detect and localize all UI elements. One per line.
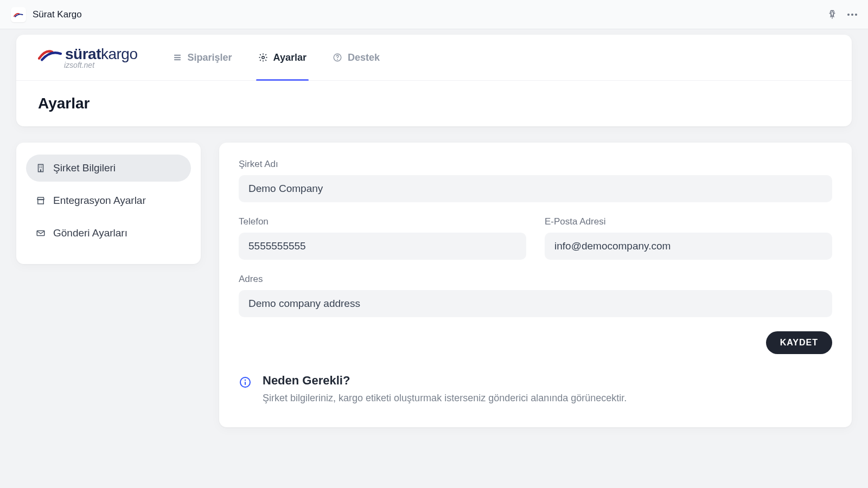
svg-rect-11 xyxy=(41,168,42,169)
svg-rect-8 xyxy=(40,166,41,167)
sidebar-item-shipping[interactable]: Gönderi Ayarları xyxy=(26,220,191,247)
sidebar: Şirket Bilgileri Entegrasyon Ayarlar Gön… xyxy=(16,143,201,264)
list-icon xyxy=(173,53,182,62)
company-label: Şirket Adı xyxy=(239,159,832,170)
sidebar-item-company[interactable]: Şirket Bilgileri xyxy=(26,155,191,182)
svg-point-4 xyxy=(261,56,264,59)
phone-input[interactable] xyxy=(239,233,526,260)
info-text: Şirket bilgileriniz, kargo etiketi oluşt… xyxy=(263,391,627,406)
info-title: Neden Gerekli? xyxy=(263,374,627,388)
company-input[interactable] xyxy=(239,175,832,202)
nav-item-support[interactable]: Destek xyxy=(330,47,382,69)
sidebar-item-label: Şirket Bilgileri xyxy=(53,162,116,174)
page-title: Ayarlar xyxy=(38,95,830,112)
save-button[interactable]: KAYDET xyxy=(766,331,832,354)
svg-rect-3 xyxy=(174,59,181,60)
logo-brand-a: sürat xyxy=(65,46,101,62)
svg-rect-12 xyxy=(40,169,41,172)
envelope-icon xyxy=(36,228,46,238)
phone-label: Telefon xyxy=(239,216,526,227)
info-block: Neden Gerekli? Şirket bilgileriniz, karg… xyxy=(239,370,832,406)
svg-point-15 xyxy=(245,380,246,381)
logo-brand-b: kargo xyxy=(101,46,138,62)
sidebar-item-label: Gönderi Ayarları xyxy=(53,227,127,239)
svg-rect-2 xyxy=(174,57,181,58)
swoosh-small-icon xyxy=(14,12,23,17)
main-panel: Şirket Adı Telefon E-Posta Adresi Adres … xyxy=(219,143,852,427)
field-address: Adres xyxy=(239,274,832,317)
app-icon xyxy=(11,7,26,22)
header-card: süratkargo izsoft.net Siparişler Ayarlar xyxy=(16,35,852,126)
sidebar-item-label: Entegrasyon Ayarlar xyxy=(53,195,146,207)
page-title-row: Ayarlar xyxy=(16,81,852,126)
nav-label: Ayarlar xyxy=(273,52,307,63)
topbar-right xyxy=(827,9,857,20)
svg-rect-10 xyxy=(40,168,41,169)
email-input[interactable] xyxy=(545,233,832,260)
sidebar-item-integration[interactable]: Entegrasyon Ayarlar xyxy=(26,187,191,214)
topbar-left: Sürat Kargo xyxy=(11,7,82,22)
topbar: Sürat Kargo xyxy=(0,0,868,29)
pin-icon[interactable] xyxy=(827,9,838,20)
info-text-wrap: Neden Gerekli? Şirket bilgileriniz, karg… xyxy=(263,374,627,406)
field-company: Şirket Adı xyxy=(239,159,832,202)
save-row: KAYDET xyxy=(239,331,832,354)
field-phone: Telefon xyxy=(239,216,526,260)
field-email: E-Posta Adresi xyxy=(545,216,832,260)
store-icon xyxy=(36,196,46,206)
svg-rect-16 xyxy=(245,382,246,385)
nav-item-settings[interactable]: Ayarlar xyxy=(256,47,309,69)
nav-label: Destek xyxy=(348,52,380,63)
swoosh-icon xyxy=(38,47,62,61)
building-icon xyxy=(36,163,46,173)
logo: süratkargo izsoft.net xyxy=(38,46,138,69)
address-input[interactable] xyxy=(239,290,832,317)
nav-label: Siparişler xyxy=(188,52,232,63)
svg-rect-1 xyxy=(174,55,181,56)
address-label: Adres xyxy=(239,274,832,285)
svg-point-6 xyxy=(337,59,338,60)
info-icon xyxy=(239,376,252,389)
nav-item-orders[interactable]: Siparişler xyxy=(170,47,234,69)
header-nav: süratkargo izsoft.net Siparişler Ayarlar xyxy=(16,35,852,81)
svg-rect-9 xyxy=(41,166,42,167)
nav: Siparişler Ayarlar Destek xyxy=(170,47,382,69)
logo-subtitle: izsoft.net xyxy=(64,61,94,69)
content: Şirket Bilgileri Entegrasyon Ayarlar Gön… xyxy=(16,143,852,427)
email-label: E-Posta Adresi xyxy=(545,216,832,227)
help-icon xyxy=(333,53,342,62)
app-title: Sürat Kargo xyxy=(33,9,82,20)
more-icon[interactable] xyxy=(847,14,857,16)
gear-icon xyxy=(258,53,268,62)
